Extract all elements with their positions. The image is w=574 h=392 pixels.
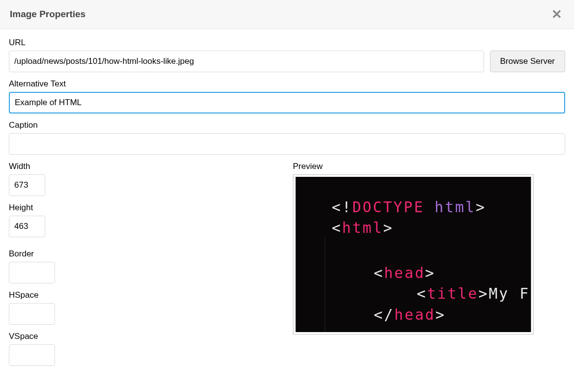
vspace-field-group: VSpace	[9, 332, 281, 366]
vspace-input[interactable]	[9, 344, 55, 366]
preview-box: <!DOCTYPE html> <html> <head> <title>My …	[293, 174, 534, 335]
width-field-group: Width	[9, 162, 281, 196]
svg-text:</head>: </head>	[374, 306, 446, 323]
hspace-field-group: HSpace	[9, 290, 281, 325]
caption-field-group: Caption	[9, 120, 565, 155]
width-input[interactable]	[9, 174, 45, 196]
svg-text:<title>My F: <title>My F	[417, 285, 530, 302]
hspace-label: HSpace	[9, 290, 281, 300]
dialog-header: Image Properties ✕	[0, 0, 574, 29]
height-input[interactable]	[9, 216, 45, 237]
border-field-group: Border	[9, 249, 281, 283]
border-label: Border	[9, 249, 281, 259]
close-icon[interactable]: ✕	[549, 8, 564, 21]
caption-input[interactable]	[9, 133, 565, 155]
dialog-title: Image Properties	[10, 9, 86, 20]
alt-label: Alternative Text	[9, 79, 565, 89]
height-field-group: Height	[9, 203, 281, 237]
url-label: URL	[9, 38, 565, 48]
alt-text-input[interactable]	[9, 92, 565, 113]
alt-field-group: Alternative Text	[9, 79, 565, 113]
height-label: Height	[9, 203, 281, 213]
url-input[interactable]	[9, 51, 484, 72]
border-input[interactable]	[9, 262, 55, 283]
width-label: Width	[9, 162, 281, 171]
preview-label: Preview	[293, 162, 565, 171]
preview-image: <!DOCTYPE html> <html> <head> <title>My …	[295, 177, 531, 332]
dialog-body: URL Browse Server Alternative Text Capti…	[0, 29, 574, 378]
svg-text:<head>: <head>	[374, 264, 436, 281]
svg-text:<!DOCTYPE html>: <!DOCTYPE html>	[332, 198, 486, 216]
hspace-input[interactable]	[9, 303, 55, 325]
browse-server-button[interactable]: Browse Server	[490, 51, 565, 72]
caption-label: Caption	[9, 120, 565, 130]
vspace-label: VSpace	[9, 332, 281, 341]
svg-text:<html>: <html>	[332, 219, 394, 236]
url-field-group: URL Browse Server	[9, 38, 565, 72]
